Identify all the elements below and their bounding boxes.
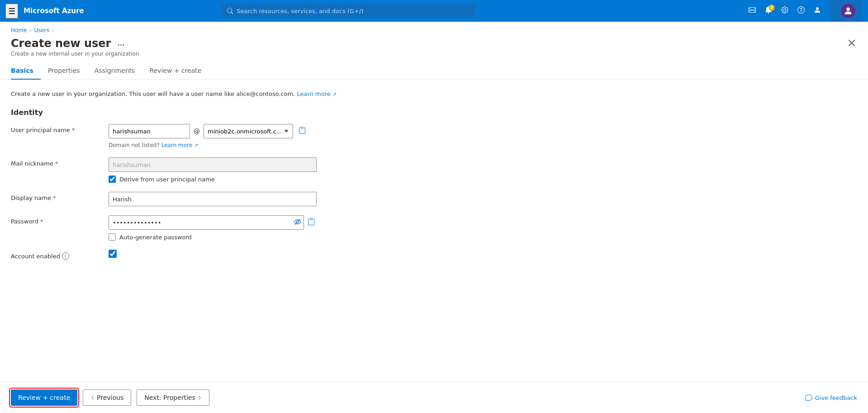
tabs: Basics Properties Assignments Review + c… <box>0 62 868 80</box>
field-display-name: Display name * <box>11 192 857 206</box>
external-link-icon: ↗ <box>332 91 337 97</box>
account-icon <box>814 6 821 14</box>
breadcrumb-users[interactable]: Users <box>34 27 49 33</box>
footer-right: Give feedback <box>805 394 857 401</box>
notification-badge: 2 <box>768 5 775 11</box>
password-row <box>109 215 317 230</box>
give-feedback-link[interactable]: Give feedback <box>815 394 857 401</box>
svg-line-0 <box>295 219 300 225</box>
field-mail-nickname: Mail nickname * Derive from user princip… <box>11 157 857 183</box>
copy-icon <box>299 127 306 134</box>
avatar-area[interactable] <box>830 0 863 22</box>
breadcrumb-sep-1: › <box>29 28 31 33</box>
settings-button[interactable] <box>778 4 792 18</box>
content-area: Create a new user in your organization. … <box>0 80 868 413</box>
password-toggle-button[interactable] <box>294 218 301 227</box>
chevron-down-icon <box>284 128 289 134</box>
autogen-label[interactable]: Auto-generate password <box>119 234 192 241</box>
copy-upn-button[interactable] <box>297 125 308 138</box>
chevron-left-icon <box>90 395 95 400</box>
page-title-row: Create new user ... <box>11 37 139 50</box>
breadcrumb: Home › Users › <box>0 22 868 33</box>
help-button[interactable] <box>794 4 808 18</box>
domain-not-listed: Domain not listed? Learn more ↗ <box>109 142 317 148</box>
account-enabled-info-icon: i <box>62 252 69 260</box>
chevron-right-icon <box>197 395 202 400</box>
domain-learn-more-link[interactable]: Learn more ↗ <box>161 142 198 148</box>
user-avatar[interactable] <box>841 4 855 18</box>
close-icon <box>848 39 855 47</box>
next-button[interactable]: Next: Properties <box>137 389 209 406</box>
field-user-principal-name: User principal name * @ miniob2c.onmicro… <box>11 124 857 148</box>
app-name: Microsoft Azure <box>24 7 84 15</box>
derive-label[interactable]: Derive from user principal name <box>119 176 215 183</box>
page-title: Create new user <box>11 37 111 50</box>
display-name-required: * <box>53 195 56 201</box>
hamburger-menu-button[interactable]: ☰ <box>5 4 18 19</box>
account-enabled-label: Account enabled i <box>11 250 101 260</box>
display-name-label: Display name * <box>11 192 101 201</box>
upn-required: * <box>72 127 75 133</box>
main-content: Home › Users › Create new user ... Creat… <box>0 22 868 413</box>
search-input[interactable] <box>237 8 470 14</box>
topnav: ☰ Microsoft Azure 2 <box>0 0 868 22</box>
tab-review-create[interactable]: Review + create <box>142 62 209 80</box>
tab-basics[interactable]: Basics <box>11 62 41 80</box>
domain-dropdown[interactable]: miniob2c.onmicrosoft.c... <box>204 124 293 138</box>
previous-button[interactable]: Previous <box>83 389 131 406</box>
email-button[interactable] <box>745 4 759 18</box>
display-name-control <box>109 192 317 206</box>
footer: Review + create Previous Next: Propertie… <box>0 382 868 413</box>
breadcrumb-sep-2: › <box>52 28 54 33</box>
copy-password-button[interactable] <box>306 216 317 229</box>
eye-icon <box>294 218 301 226</box>
feedback-icon <box>805 394 812 401</box>
page-title-ellipsis[interactable]: ... <box>114 39 127 48</box>
field-account-enabled: Account enabled i <box>11 250 857 260</box>
email-icon <box>749 6 756 14</box>
page-subtitle: Create a new internal user in your organ… <box>11 51 139 57</box>
review-create-button[interactable]: Review + create <box>11 389 77 406</box>
copy-password-icon <box>308 218 315 225</box>
tab-assignments[interactable]: Assignments <box>87 62 142 80</box>
search-icon <box>227 8 233 14</box>
upn-label: User principal name * <box>11 124 101 133</box>
account-button[interactable] <box>810 4 825 18</box>
help-icon <box>797 6 805 14</box>
password-input[interactable] <box>109 215 304 230</box>
password-control: Auto-generate password <box>109 215 317 241</box>
derive-checkbox[interactable] <box>109 176 116 183</box>
derive-checkbox-row: Derive from user principal name <box>109 176 317 183</box>
account-enabled-checkbox[interactable] <box>109 250 117 258</box>
page-header: Create new user ... Create a new interna… <box>0 33 868 57</box>
settings-icon <box>781 6 788 14</box>
autogen-checkbox-row: Auto-generate password <box>109 233 317 241</box>
mail-nickname-control: Derive from user principal name <box>109 157 317 183</box>
mail-nickname-input <box>109 157 317 172</box>
avatar-icon <box>844 6 853 15</box>
hamburger-icon: ☰ <box>8 6 15 16</box>
topnav-icons: 2 <box>745 4 825 18</box>
tab-properties[interactable]: Properties <box>41 62 87 80</box>
close-button[interactable] <box>846 37 857 50</box>
breadcrumb-home[interactable]: Home <box>11 27 27 33</box>
notifications-button[interactable]: 2 <box>761 4 776 18</box>
field-password: Password * <box>11 215 857 241</box>
account-enabled-control <box>109 250 317 260</box>
upn-input[interactable] <box>109 124 190 138</box>
display-name-input[interactable] <box>109 192 317 206</box>
password-input-wrap <box>109 215 304 230</box>
search-bar <box>222 4 475 18</box>
mail-nickname-label: Mail nickname * <box>11 157 101 167</box>
mail-nickname-required: * <box>55 160 58 167</box>
learn-more-link[interactable]: Learn more ↗ <box>297 90 337 97</box>
upn-control: @ miniob2c.onmicrosoft.c... Domain <box>109 124 317 148</box>
content-description: Create a new user in your organization. … <box>11 90 857 97</box>
upn-row: @ miniob2c.onmicrosoft.c... <box>109 124 317 138</box>
password-label: Password * <box>11 215 101 225</box>
page-header-left: Create new user ... Create a new interna… <box>11 37 139 57</box>
autogen-password-checkbox[interactable] <box>109 233 116 241</box>
domain-external-icon: ↗ <box>194 142 198 148</box>
at-sign: @ <box>194 128 200 135</box>
password-required: * <box>40 218 43 225</box>
